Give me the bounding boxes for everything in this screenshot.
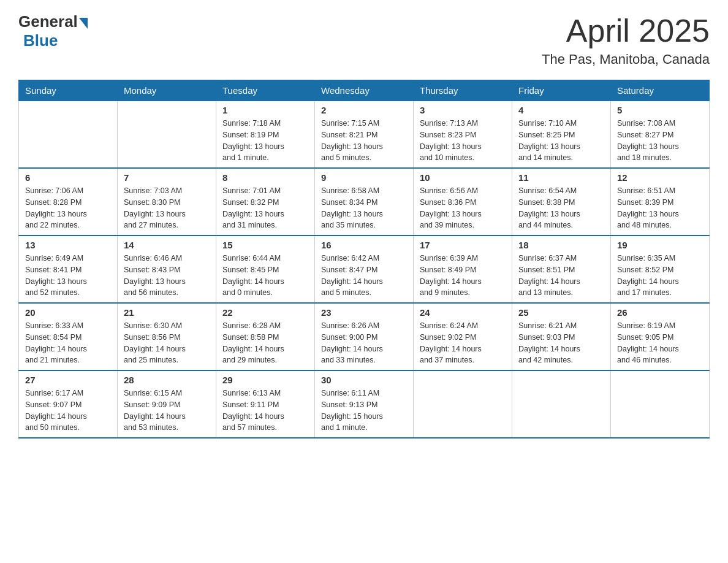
calendar-cell: 14Sunrise: 6:46 AM Sunset: 8:43 PM Dayli… <box>118 236 216 303</box>
weekday-header: Thursday <box>414 80 512 101</box>
logo-blue-text: Blue <box>23 31 58 50</box>
calendar-cell: 17Sunrise: 6:39 AM Sunset: 8:49 PM Dayli… <box>414 236 512 303</box>
calendar-cell: 26Sunrise: 6:19 AM Sunset: 9:05 PM Dayli… <box>611 303 710 370</box>
day-info: Sunrise: 6:17 AM Sunset: 9:07 PM Dayligh… <box>25 388 111 434</box>
calendar-cell: 10Sunrise: 6:56 AM Sunset: 8:36 PM Dayli… <box>414 168 512 236</box>
day-number: 23 <box>321 307 407 318</box>
day-number: 3 <box>420 105 506 115</box>
day-number: 12 <box>617 172 703 183</box>
day-number: 30 <box>321 375 407 385</box>
day-info: Sunrise: 7:08 AM Sunset: 8:27 PM Dayligh… <box>617 118 703 164</box>
day-info: Sunrise: 6:44 AM Sunset: 8:45 PM Dayligh… <box>222 253 308 299</box>
calendar-cell: 30Sunrise: 6:11 AM Sunset: 9:13 PM Dayli… <box>315 370 414 438</box>
day-number: 15 <box>222 240 308 250</box>
calendar-cell <box>118 101 216 169</box>
location-title: The Pas, Manitoba, Canada <box>542 52 710 67</box>
weekday-header: Tuesday <box>216 80 315 101</box>
day-info: Sunrise: 6:11 AM Sunset: 9:13 PM Dayligh… <box>321 388 407 434</box>
day-info: Sunrise: 7:13 AM Sunset: 8:23 PM Dayligh… <box>420 118 506 164</box>
day-info: Sunrise: 7:06 AM Sunset: 8:28 PM Dayligh… <box>25 185 111 231</box>
calendar-cell: 5Sunrise: 7:08 AM Sunset: 8:27 PM Daylig… <box>611 101 710 169</box>
day-number: 1 <box>222 105 308 115</box>
day-info: Sunrise: 7:01 AM Sunset: 8:32 PM Dayligh… <box>222 185 308 231</box>
calendar-cell: 23Sunrise: 6:26 AM Sunset: 9:00 PM Dayli… <box>315 303 414 370</box>
calendar-cell: 15Sunrise: 6:44 AM Sunset: 8:45 PM Dayli… <box>216 236 315 303</box>
day-number: 2 <box>321 105 407 115</box>
day-number: 6 <box>25 172 111 183</box>
day-number: 8 <box>222 172 308 183</box>
logo-arrow-icon <box>79 18 88 29</box>
calendar-cell: 11Sunrise: 6:54 AM Sunset: 8:38 PM Dayli… <box>512 168 611 236</box>
calendar-cell: 6Sunrise: 7:06 AM Sunset: 8:28 PM Daylig… <box>19 168 118 236</box>
day-number: 10 <box>420 172 506 183</box>
day-info: Sunrise: 6:49 AM Sunset: 8:41 PM Dayligh… <box>25 253 111 299</box>
weekday-header: Friday <box>512 80 611 101</box>
day-info: Sunrise: 6:54 AM Sunset: 8:38 PM Dayligh… <box>518 185 604 231</box>
calendar-cell <box>611 370 710 438</box>
day-number: 29 <box>222 375 308 385</box>
calendar-week-row: 13Sunrise: 6:49 AM Sunset: 8:41 PM Dayli… <box>19 236 710 303</box>
calendar-cell: 9Sunrise: 6:58 AM Sunset: 8:34 PM Daylig… <box>315 168 414 236</box>
logo-general-text: General <box>18 12 78 31</box>
day-info: Sunrise: 6:33 AM Sunset: 8:54 PM Dayligh… <box>25 320 111 366</box>
calendar-cell <box>19 101 118 169</box>
day-info: Sunrise: 6:56 AM Sunset: 8:36 PM Dayligh… <box>420 185 506 231</box>
calendar-table: SundayMondayTuesdayWednesdayThursdayFrid… <box>18 80 710 439</box>
day-number: 11 <box>518 172 604 183</box>
page-header: General Blue April 2025 The Pas, Manitob… <box>18 12 710 67</box>
title-section: April 2025 The Pas, Manitoba, Canada <box>542 12 710 67</box>
logo: General Blue <box>18 12 88 50</box>
day-info: Sunrise: 6:58 AM Sunset: 8:34 PM Dayligh… <box>321 185 407 231</box>
day-number: 21 <box>124 307 210 318</box>
calendar-cell: 7Sunrise: 7:03 AM Sunset: 8:30 PM Daylig… <box>118 168 216 236</box>
calendar-cell: 22Sunrise: 6:28 AM Sunset: 8:58 PM Dayli… <box>216 303 315 370</box>
day-number: 14 <box>124 240 210 250</box>
day-number: 22 <box>222 307 308 318</box>
calendar-cell: 18Sunrise: 6:37 AM Sunset: 8:51 PM Dayli… <box>512 236 611 303</box>
calendar-cell: 16Sunrise: 6:42 AM Sunset: 8:47 PM Dayli… <box>315 236 414 303</box>
day-info: Sunrise: 6:13 AM Sunset: 9:11 PM Dayligh… <box>222 388 308 434</box>
calendar-week-row: 20Sunrise: 6:33 AM Sunset: 8:54 PM Dayli… <box>19 303 710 370</box>
calendar-cell: 3Sunrise: 7:13 AM Sunset: 8:23 PM Daylig… <box>414 101 512 169</box>
day-info: Sunrise: 6:30 AM Sunset: 8:56 PM Dayligh… <box>124 320 210 366</box>
calendar-cell: 1Sunrise: 7:18 AM Sunset: 8:19 PM Daylig… <box>216 101 315 169</box>
day-number: 27 <box>25 375 111 385</box>
weekday-header: Wednesday <box>315 80 414 101</box>
calendar-cell: 21Sunrise: 6:30 AM Sunset: 8:56 PM Dayli… <box>118 303 216 370</box>
day-number: 25 <box>518 307 604 318</box>
day-info: Sunrise: 6:39 AM Sunset: 8:49 PM Dayligh… <box>420 253 506 299</box>
day-info: Sunrise: 6:15 AM Sunset: 9:09 PM Dayligh… <box>124 388 210 434</box>
day-info: Sunrise: 7:10 AM Sunset: 8:25 PM Dayligh… <box>518 118 604 164</box>
calendar-cell <box>512 370 611 438</box>
day-number: 13 <box>25 240 111 250</box>
day-info: Sunrise: 6:19 AM Sunset: 9:05 PM Dayligh… <box>617 320 703 366</box>
day-info: Sunrise: 6:37 AM Sunset: 8:51 PM Dayligh… <box>518 253 604 299</box>
day-number: 16 <box>321 240 407 250</box>
calendar-cell: 24Sunrise: 6:24 AM Sunset: 9:02 PM Dayli… <box>414 303 512 370</box>
day-number: 7 <box>124 172 210 183</box>
day-info: Sunrise: 6:24 AM Sunset: 9:02 PM Dayligh… <box>420 320 506 366</box>
day-info: Sunrise: 7:18 AM Sunset: 8:19 PM Dayligh… <box>222 118 308 164</box>
calendar-cell: 19Sunrise: 6:35 AM Sunset: 8:52 PM Dayli… <box>611 236 710 303</box>
calendar-cell: 2Sunrise: 7:15 AM Sunset: 8:21 PM Daylig… <box>315 101 414 169</box>
day-number: 4 <box>518 105 604 115</box>
calendar-week-row: 6Sunrise: 7:06 AM Sunset: 8:28 PM Daylig… <box>19 168 710 236</box>
day-number: 9 <box>321 172 407 183</box>
day-info: Sunrise: 6:28 AM Sunset: 8:58 PM Dayligh… <box>222 320 308 366</box>
day-number: 17 <box>420 240 506 250</box>
day-info: Sunrise: 6:26 AM Sunset: 9:00 PM Dayligh… <box>321 320 407 366</box>
calendar-cell: 28Sunrise: 6:15 AM Sunset: 9:09 PM Dayli… <box>118 370 216 438</box>
day-info: Sunrise: 6:46 AM Sunset: 8:43 PM Dayligh… <box>124 253 210 299</box>
calendar-week-row: 1Sunrise: 7:18 AM Sunset: 8:19 PM Daylig… <box>19 101 710 169</box>
calendar-cell: 27Sunrise: 6:17 AM Sunset: 9:07 PM Dayli… <box>19 370 118 438</box>
day-number: 28 <box>124 375 210 385</box>
calendar-cell: 25Sunrise: 6:21 AM Sunset: 9:03 PM Dayli… <box>512 303 611 370</box>
day-number: 18 <box>518 240 604 250</box>
day-info: Sunrise: 7:15 AM Sunset: 8:21 PM Dayligh… <box>321 118 407 164</box>
calendar-cell <box>414 370 512 438</box>
day-info: Sunrise: 6:35 AM Sunset: 8:52 PM Dayligh… <box>617 253 703 299</box>
calendar-cell: 12Sunrise: 6:51 AM Sunset: 8:39 PM Dayli… <box>611 168 710 236</box>
day-info: Sunrise: 7:03 AM Sunset: 8:30 PM Dayligh… <box>124 185 210 231</box>
day-info: Sunrise: 6:42 AM Sunset: 8:47 PM Dayligh… <box>321 253 407 299</box>
calendar-cell: 20Sunrise: 6:33 AM Sunset: 8:54 PM Dayli… <box>19 303 118 370</box>
